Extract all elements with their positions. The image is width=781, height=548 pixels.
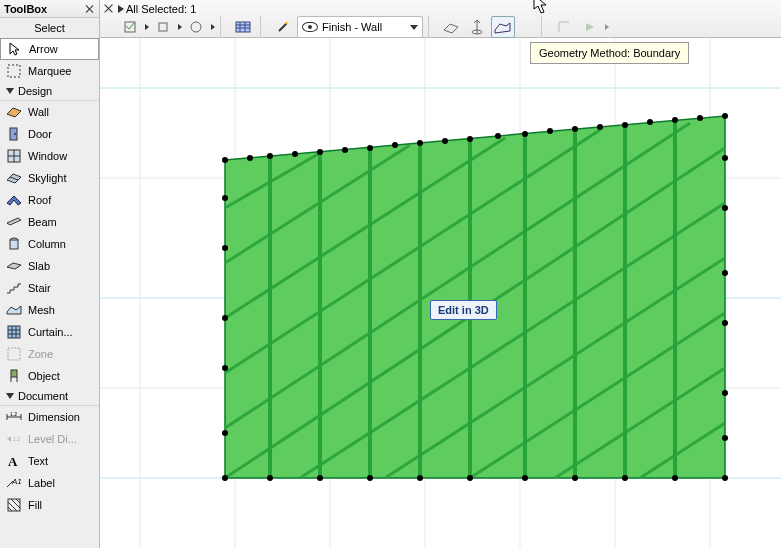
svg-point-91: [572, 126, 578, 132]
tool-roof[interactable]: Roof: [0, 189, 99, 211]
grid-button[interactable]: [231, 16, 255, 38]
text-icon: A: [6, 453, 22, 469]
label-icon: A1: [6, 475, 22, 491]
close-icon[interactable]: [85, 4, 95, 14]
tool-label[interactable]: A1 Label: [0, 472, 99, 494]
svg-point-93: [622, 122, 628, 128]
dropdown-icon[interactable]: [145, 24, 149, 30]
svg-point-114: [417, 475, 423, 481]
svg-rect-0: [8, 65, 20, 77]
svg-line-30: [16, 499, 20, 503]
svg-point-78: [247, 155, 253, 161]
tool-slab[interactable]: Slab: [0, 255, 99, 277]
heading-label: Design: [18, 85, 52, 97]
svg-point-89: [522, 131, 528, 137]
svg-point-33: [191, 22, 201, 32]
tool-beam[interactable]: Beam: [0, 211, 99, 233]
corner-button[interactable]: [552, 16, 576, 38]
wand-button[interactable]: [271, 16, 295, 38]
beam-icon: [6, 214, 22, 230]
stair-icon: [6, 280, 22, 296]
toolbox-heading-document[interactable]: Document: [0, 387, 99, 406]
tool-text[interactable]: A Text: [0, 450, 99, 472]
object-icon: [6, 368, 22, 384]
svg-point-86: [442, 138, 448, 144]
svg-text:A: A: [8, 454, 18, 468]
tool-curtain[interactable]: Curtain...: [0, 321, 99, 343]
geom-flat-button[interactable]: [439, 16, 463, 38]
tool-door[interactable]: Door: [0, 123, 99, 145]
tool-label: Slab: [28, 260, 50, 272]
svg-point-87: [467, 136, 473, 142]
svg-point-118: [622, 475, 628, 481]
tool-label: Object: [28, 370, 60, 382]
tool-skylight[interactable]: Skylight: [0, 167, 99, 189]
svg-point-81: [317, 149, 323, 155]
dropdown-icon[interactable]: [211, 24, 215, 30]
svg-point-40: [286, 22, 289, 25]
window-icon: [6, 148, 22, 164]
tool-label: Mesh: [28, 304, 55, 316]
svg-text:1.2: 1.2: [10, 412, 17, 417]
svg-point-101: [222, 365, 228, 371]
svg-rect-14: [8, 348, 20, 360]
svg-text:1.2: 1.2: [13, 436, 20, 442]
svg-point-117: [572, 475, 578, 481]
tool-column[interactable]: Column: [0, 233, 99, 255]
main-area: All Selected: 1 Finish - Wall: [100, 0, 781, 548]
separator: [428, 16, 434, 38]
marquee-icon: [6, 63, 22, 79]
toolbox-heading-design[interactable]: Design: [0, 82, 99, 101]
svg-point-109: [722, 435, 728, 441]
fill-icon: [6, 497, 22, 513]
tool-stair[interactable]: Stair: [0, 277, 99, 299]
tool-btn-2[interactable]: [151, 16, 175, 38]
heading-label: Document: [18, 390, 68, 402]
tool-btn-1[interactable]: [118, 16, 142, 38]
svg-rect-8: [10, 240, 18, 249]
drawing-canvas[interactable]: Edit in 3D: [100, 38, 781, 548]
tool-window[interactable]: Window: [0, 145, 99, 167]
svg-marker-56: [225, 116, 725, 478]
door-icon: [6, 126, 22, 142]
tool-zone: Zone: [0, 343, 99, 365]
svg-point-80: [292, 151, 298, 157]
tool-object[interactable]: Object: [0, 365, 99, 387]
svg-point-111: [267, 475, 273, 481]
svg-point-115: [467, 475, 473, 481]
svg-line-28: [8, 507, 12, 511]
tool-label: Skylight: [28, 172, 67, 184]
finish-label: Finish - Wall: [322, 21, 382, 33]
canvas-svg: [100, 38, 781, 548]
finish-dropdown[interactable]: Finish - Wall: [297, 16, 423, 38]
play-button[interactable]: [578, 16, 602, 38]
tool-label: Text: [28, 455, 48, 467]
tool-fill[interactable]: Fill: [0, 494, 99, 516]
tool-btn-3[interactable]: [184, 16, 208, 38]
svg-point-2: [14, 133, 16, 135]
geom-boundary-button[interactable]: [491, 16, 515, 38]
dropdown-icon: [605, 24, 609, 30]
chevron-down-icon: [410, 25, 418, 30]
svg-point-108: [722, 390, 728, 396]
svg-point-85: [417, 140, 423, 146]
curtain-wall-shape: [222, 113, 728, 481]
tool-dimension[interactable]: 1.2 Dimension: [0, 406, 99, 428]
svg-point-90: [547, 128, 553, 134]
close-icon[interactable]: [102, 2, 116, 16]
tool-arrow[interactable]: Arrow: [0, 38, 99, 60]
tool-marquee[interactable]: Marquee: [0, 60, 99, 82]
column-icon: [6, 236, 22, 252]
roof-icon: [6, 192, 22, 208]
tool-wall[interactable]: Wall: [0, 101, 99, 123]
tool-label: Window: [28, 150, 67, 162]
dropdown-icon[interactable]: [178, 24, 182, 30]
svg-point-96: [697, 115, 703, 121]
geom-vertical-button[interactable]: [465, 16, 489, 38]
tool-label: Arrow: [29, 43, 58, 55]
expand-icon[interactable]: [118, 5, 124, 13]
svg-text:A1: A1: [11, 477, 22, 486]
svg-point-84: [392, 142, 398, 148]
svg-marker-22: [7, 436, 11, 442]
tool-mesh[interactable]: Mesh: [0, 299, 99, 321]
